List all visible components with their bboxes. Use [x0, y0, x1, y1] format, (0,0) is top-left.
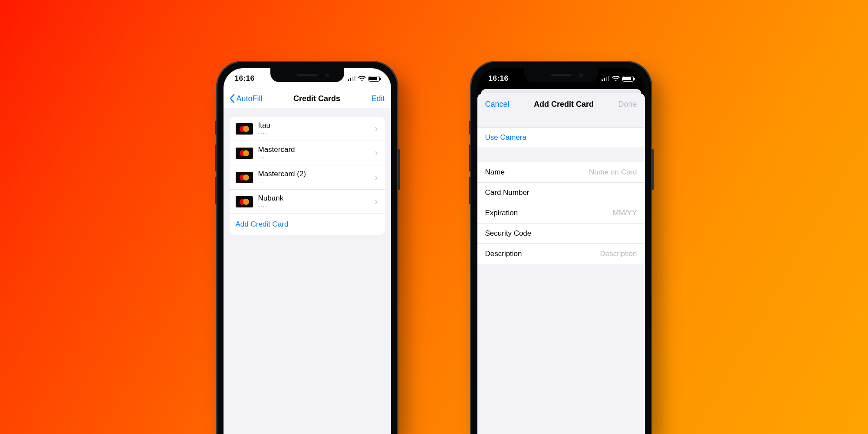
card-text: Mastercard ····	[258, 146, 370, 161]
security-code-field[interactable]: Security Code	[477, 224, 645, 244]
card-masked: ····	[258, 203, 370, 209]
side-button	[651, 149, 654, 190]
back-label: AutoFill	[237, 94, 263, 103]
status-time: 16:16	[235, 74, 255, 83]
card-fields-section: Name Name on Card Card Number Expiration…	[477, 162, 645, 264]
sheet-title: Add Credit Card	[534, 100, 594, 109]
add-credit-card-button[interactable]: Add Credit Card	[230, 214, 385, 235]
screen-right: 16:16 Cancel Add Cr	[477, 68, 645, 434]
battery-icon	[622, 76, 634, 82]
field-placeholder: MM/YY	[613, 209, 637, 217]
phone-left: 16:16 AutoFill	[216, 61, 398, 434]
volume-up-button	[469, 145, 471, 171]
field-label: Security Code	[485, 229, 532, 238]
card-row[interactable]: Nubank ···· ›	[230, 190, 385, 214]
card-masked: ····	[258, 155, 370, 160]
cellular-icon	[348, 76, 355, 81]
field-placeholder: Name on Card	[589, 168, 637, 177]
field-label: Expiration	[485, 209, 518, 217]
mastercard-icon	[236, 196, 253, 207]
use-camera-section: Use Camera	[477, 127, 645, 148]
field-label: Name	[485, 168, 505, 177]
front-camera	[579, 73, 583, 77]
card-masked: ····	[258, 130, 370, 136]
phone-right: 16:16 Cancel Add Cr	[470, 61, 652, 434]
use-camera-button[interactable]: Use Camera	[477, 128, 645, 148]
front-camera	[325, 73, 329, 77]
credit-cards-group: Itau ···· › Mastercard ···· ›	[230, 117, 385, 235]
card-row[interactable]: Mastercard ···· ›	[230, 141, 385, 165]
screen-left: 16:16 AutoFill	[224, 68, 391, 434]
card-text: Nubank ····	[258, 194, 370, 209]
add-card-sheet: Cancel Add Credit Card Done Use Camera N…	[477, 93, 645, 434]
chevron-left-icon	[230, 94, 235, 103]
done-button[interactable]: Done	[618, 100, 637, 109]
mastercard-icon	[236, 148, 253, 159]
card-number-field[interactable]: Card Number	[477, 183, 645, 203]
mastercard-icon	[236, 172, 253, 183]
volume-down-button	[469, 177, 471, 204]
card-row[interactable]: Mastercard (2) ···· ›	[230, 165, 385, 190]
wifi-icon	[358, 76, 366, 82]
chevron-right-icon: ›	[375, 196, 378, 207]
card-masked: ····	[258, 179, 370, 184]
edit-button[interactable]: Edit	[371, 94, 385, 103]
volume-up-button	[215, 145, 217, 171]
volume-down-button	[215, 177, 217, 204]
navbar-title: Credit Cards	[293, 94, 340, 103]
cancel-button[interactable]: Cancel	[485, 100, 510, 109]
mute-switch	[215, 121, 217, 135]
card-text: Mastercard (2) ····	[258, 170, 370, 185]
navbar: AutoFill Credit Cards Edit	[224, 89, 391, 108]
field-placeholder: Description	[600, 250, 637, 258]
mute-switch	[469, 121, 471, 135]
card-name: Nubank	[258, 194, 370, 203]
name-field[interactable]: Name Name on Card	[477, 162, 645, 183]
speaker	[551, 74, 571, 76]
status-time: 16:16	[489, 74, 509, 83]
credit-cards-content: Itau ···· › Mastercard ···· ›	[224, 108, 391, 434]
phones-row: 16:16 AutoFill	[216, 61, 652, 434]
field-label: Card Number	[485, 188, 529, 197]
wifi-icon	[612, 76, 620, 82]
stage: 16:16 AutoFill	[0, 0, 868, 434]
description-field[interactable]: Description Description	[477, 244, 645, 264]
chevron-right-icon: ›	[375, 148, 378, 159]
card-row[interactable]: Itau ···· ›	[230, 117, 385, 141]
speaker	[297, 74, 317, 76]
card-name: Mastercard (2)	[258, 170, 370, 178]
card-name: Itau	[258, 122, 370, 130]
card-name: Mastercard	[258, 146, 370, 154]
card-text: Itau ····	[258, 122, 370, 136]
status-indicators	[348, 76, 380, 82]
expiration-field[interactable]: Expiration MM/YY	[477, 203, 645, 224]
status-indicators	[602, 76, 634, 82]
chevron-right-icon: ›	[375, 123, 378, 135]
notch	[524, 68, 598, 82]
field-label: Description	[485, 250, 522, 258]
battery-icon	[368, 76, 380, 82]
mastercard-icon	[236, 123, 253, 135]
back-button[interactable]: AutoFill	[230, 94, 263, 103]
cellular-icon	[602, 76, 609, 81]
side-button	[398, 149, 400, 190]
chevron-right-icon: ›	[375, 172, 378, 183]
notch	[270, 68, 344, 82]
sheet-navbar: Cancel Add Credit Card Done	[477, 93, 645, 116]
